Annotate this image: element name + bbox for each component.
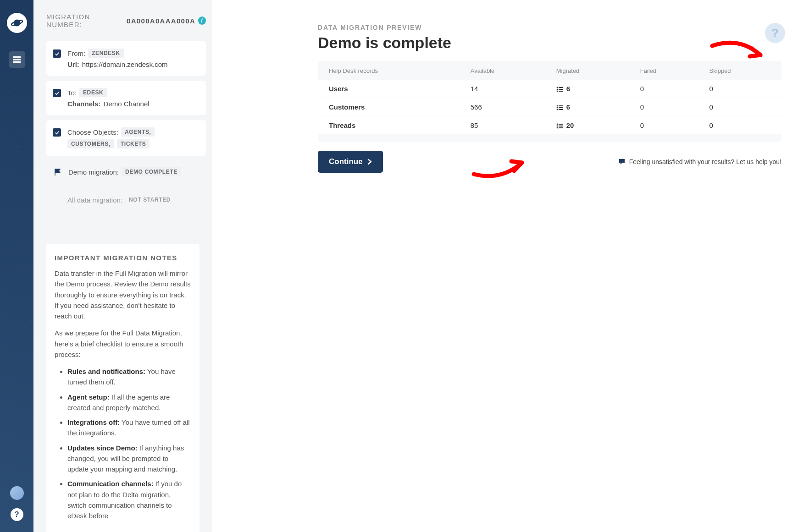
svg-rect-4 xyxy=(13,61,21,63)
to-channels-label: Channels: xyxy=(67,100,101,108)
info-icon[interactable]: i xyxy=(198,16,206,25)
rail-help-button[interactable]: ? xyxy=(11,508,23,521)
th-failed: Failed xyxy=(632,61,701,80)
app-logo[interactable] xyxy=(7,13,27,33)
cell-migrated[interactable]: 6 xyxy=(548,98,632,116)
from-value: ZENDESK xyxy=(88,49,124,58)
from-url-value: https://domain.zendesk.com xyxy=(82,60,168,68)
cell-available: 14 xyxy=(462,80,548,98)
demo-status: DEMO COMPLETE xyxy=(122,167,181,176)
svg-point-7 xyxy=(556,89,558,90)
svg-rect-16 xyxy=(559,109,563,110)
migration-number-label: MIGRATION NUMBER: xyxy=(46,13,124,28)
th-available: Available xyxy=(462,61,548,80)
notes-item: Updates since Demo: If anything has chan… xyxy=(67,443,191,475)
notes-item: Communication channels: If you do not pl… xyxy=(67,478,191,521)
svg-rect-14 xyxy=(559,107,563,108)
svg-rect-12 xyxy=(559,105,563,106)
cell-failed: 0 xyxy=(632,116,701,135)
demo-label: Demo migration: xyxy=(68,168,119,176)
step-from[interactable]: From:ZENDESK Url:https://domain.zendesk.… xyxy=(46,41,206,76)
cell-migrated[interactable]: 20 xyxy=(548,116,632,135)
list-icon xyxy=(12,55,22,65)
check-icon xyxy=(53,49,61,58)
notes-card: IMPORTANT MIGRATION NOTES Data transfer … xyxy=(46,244,199,532)
check-icon xyxy=(53,128,61,137)
object-tag: AGENTS, xyxy=(121,127,155,137)
th-records: Help Desk records xyxy=(318,61,462,80)
object-tag: TICKETS xyxy=(117,139,150,148)
svg-point-1 xyxy=(11,19,23,26)
sidebar: MIGRATION NUMBER: 0A000A0AAA000A i From:… xyxy=(33,0,212,532)
annotation-arrow-2 xyxy=(469,151,533,183)
notes-p1: Data transfer in the Full Migration will… xyxy=(55,268,191,321)
migration-number: MIGRATION NUMBER: 0A000A0AAA000A i xyxy=(46,13,206,28)
continue-button[interactable]: Continue xyxy=(318,151,383,173)
cell-name: Customers xyxy=(318,98,462,116)
cell-skipped: 0 xyxy=(701,80,781,98)
svg-point-21 xyxy=(556,127,558,129)
cell-name: Users xyxy=(318,80,462,98)
table-row: Users14600 xyxy=(318,80,781,98)
cell-migrated[interactable]: 6 xyxy=(548,80,632,98)
cell-available: 85 xyxy=(462,116,548,135)
main-content: ? DATA MIGRATION PREVIEW Demo is complet… xyxy=(212,0,809,532)
notes-item: Agent setup: If all the agents are creat… xyxy=(67,392,191,413)
svg-rect-10 xyxy=(559,91,563,92)
list-detail-icon xyxy=(556,123,564,129)
svg-point-19 xyxy=(556,126,558,127)
svg-rect-18 xyxy=(559,124,563,125)
planet-icon xyxy=(10,16,24,30)
results-table: Help Desk records Available Migrated Fai… xyxy=(318,61,781,134)
svg-point-9 xyxy=(556,91,558,92)
notes-title: IMPORTANT MIGRATION NOTES xyxy=(55,254,191,262)
user-avatar[interactable] xyxy=(10,486,24,500)
notes-list: Rules and notifications: You have turned… xyxy=(55,366,191,521)
notes-item: Integrations off: You have turned off al… xyxy=(67,417,191,439)
help-text: Feeling unsatisfied with your results? L… xyxy=(629,158,781,165)
cell-skipped: 0 xyxy=(701,116,781,135)
chat-icon xyxy=(618,158,626,165)
svg-point-17 xyxy=(556,124,558,125)
support-link[interactable]: Feeling unsatisfied with your results? L… xyxy=(618,158,781,165)
svg-point-11 xyxy=(556,105,558,107)
svg-rect-22 xyxy=(559,127,563,128)
svg-point-0 xyxy=(13,20,20,27)
svg-rect-20 xyxy=(559,126,563,126)
preview-label: DATA MIGRATION PREVIEW xyxy=(318,24,781,31)
table-row: Customers566600 xyxy=(318,98,781,116)
svg-rect-2 xyxy=(13,56,21,58)
all-data-label: All data migration: xyxy=(67,196,122,204)
svg-point-5 xyxy=(556,87,558,88)
step-demo[interactable]: Demo migration:DEMO COMPLETE xyxy=(46,161,206,183)
svg-rect-6 xyxy=(559,87,563,88)
cell-failed: 0 xyxy=(632,98,701,116)
all-data-status: NOT STARTED xyxy=(125,195,174,204)
check-icon xyxy=(53,89,61,97)
step-to[interactable]: To:EDESK Channels:Demo Channel xyxy=(46,81,206,115)
annotation-arrow-1 xyxy=(708,39,772,71)
svg-rect-3 xyxy=(13,59,21,60)
objects-label: Choose Objects: xyxy=(67,128,118,136)
rail-migrations[interactable] xyxy=(9,51,25,68)
table-row: Threads852000 xyxy=(318,116,781,135)
cell-failed: 0 xyxy=(632,80,701,98)
results-table-wrap: Help Desk records Available Migrated Fai… xyxy=(318,61,781,142)
svg-point-15 xyxy=(556,109,558,110)
list-detail-icon xyxy=(556,105,564,110)
list-detail-icon xyxy=(556,87,564,92)
notes-p2: As we prepare for the Full Data Migratio… xyxy=(55,328,191,360)
to-value: EDESK xyxy=(79,88,107,97)
object-tag: CUSTOMERS, xyxy=(67,139,114,148)
notes-item: Rules and notifications: You have turned… xyxy=(67,366,191,388)
chevron-right-icon xyxy=(367,159,372,165)
step-objects[interactable]: Choose Objects:AGENTS,CUSTOMERS,TICKETS xyxy=(46,120,206,156)
continue-label: Continue xyxy=(329,157,363,166)
flag-icon xyxy=(54,168,62,176)
cell-name: Threads xyxy=(318,116,462,135)
svg-rect-8 xyxy=(559,89,563,90)
step-all-data: All data migration:NOT STARTED xyxy=(46,188,206,212)
from-label: From: xyxy=(67,49,85,57)
to-label: To: xyxy=(67,89,77,97)
cell-skipped: 0 xyxy=(701,98,781,116)
